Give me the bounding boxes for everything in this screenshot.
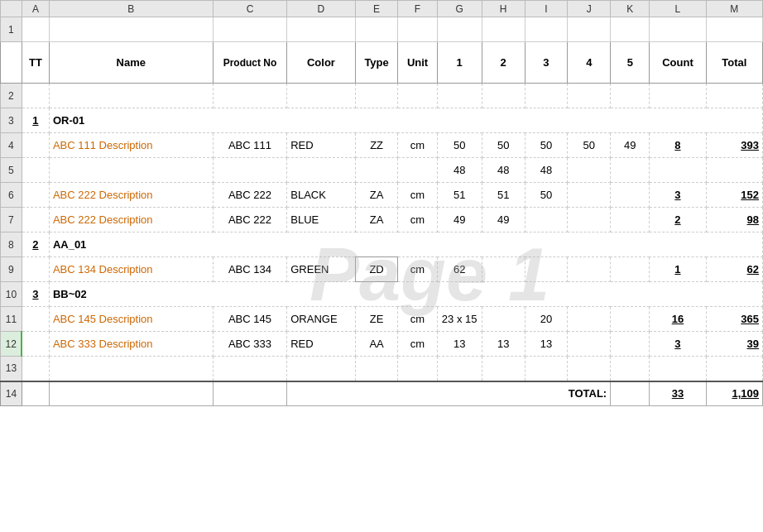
- cell-13A[interactable]: [22, 357, 49, 381]
- cell-4E[interactable]: ZZ: [355, 133, 398, 158]
- cell-9F[interactable]: cm: [398, 257, 437, 282]
- col-header-K[interactable]: K: [611, 1, 650, 17]
- cell-5L[interactable]: [650, 158, 706, 183]
- cell-13G[interactable]: [437, 357, 482, 381]
- cell-9D[interactable]: GREEN: [287, 257, 355, 282]
- cell-12I[interactable]: 13: [525, 332, 568, 357]
- cell-14B[interactable]: [49, 381, 213, 406]
- cell-9C[interactable]: ABC 134: [213, 257, 287, 282]
- cell-4L[interactable]: 8: [650, 133, 706, 158]
- cell-2C[interactable]: [213, 84, 287, 108]
- cell-2F[interactable]: [398, 84, 437, 108]
- cell-1L[interactable]: [650, 17, 706, 42]
- cell-6D[interactable]: BLACK: [287, 183, 355, 208]
- cell-10B[interactable]: BB~02: [49, 282, 762, 307]
- cell-12H[interactable]: 13: [482, 332, 525, 357]
- col-header-L[interactable]: L: [650, 1, 706, 17]
- cell-14A[interactable]: [22, 381, 49, 406]
- cell-11M[interactable]: 365: [706, 307, 762, 332]
- col-header-F[interactable]: F: [398, 1, 437, 17]
- cell-12D[interactable]: RED: [287, 332, 355, 357]
- cell-2A[interactable]: [22, 84, 49, 108]
- cell-5I[interactable]: 48: [525, 158, 568, 183]
- cell-12A[interactable]: [22, 332, 49, 357]
- col-header-M[interactable]: M: [706, 1, 762, 17]
- cell-7D[interactable]: BLUE: [287, 208, 355, 232]
- cell-9A[interactable]: [22, 257, 49, 282]
- cell-5E[interactable]: [355, 158, 398, 183]
- cell-2K[interactable]: [611, 84, 650, 108]
- cell-6M[interactable]: 152: [706, 183, 762, 208]
- cell-4G[interactable]: 50: [437, 133, 482, 158]
- cell-5D[interactable]: [287, 158, 355, 183]
- cell-1D[interactable]: [287, 17, 355, 42]
- cell-13C[interactable]: [213, 357, 287, 381]
- cell-1H[interactable]: [482, 17, 525, 42]
- cell-9B[interactable]: ABC 134 Description: [49, 257, 213, 282]
- col-header-A[interactable]: A: [22, 1, 49, 17]
- cell-5B[interactable]: [49, 158, 213, 183]
- cell-4K[interactable]: 49: [611, 133, 650, 158]
- cell-7F[interactable]: cm: [398, 208, 437, 232]
- col-header-G[interactable]: G: [437, 1, 482, 17]
- cell-4M[interactable]: 393: [706, 133, 762, 158]
- cell-1J[interactable]: [568, 17, 611, 42]
- cell-3B[interactable]: OR-01: [49, 108, 762, 133]
- cell-4A[interactable]: [22, 133, 49, 158]
- cell-7M[interactable]: 98: [706, 208, 762, 232]
- cell-6G[interactable]: 51: [437, 183, 482, 208]
- cell-1I[interactable]: [525, 17, 568, 42]
- cell-6K[interactable]: [611, 183, 650, 208]
- cell-4H[interactable]: 50: [482, 133, 525, 158]
- cell-11C[interactable]: ABC 145: [213, 307, 287, 332]
- cell-6E[interactable]: ZA: [355, 183, 398, 208]
- cell-7L[interactable]: 2: [650, 208, 706, 232]
- cell-6I[interactable]: 50: [525, 183, 568, 208]
- cell-8A[interactable]: 2: [22, 232, 49, 257]
- cell-11J[interactable]: [568, 307, 611, 332]
- cell-6A[interactable]: [22, 183, 49, 208]
- cell-6J[interactable]: [568, 183, 611, 208]
- cell-4D[interactable]: RED: [287, 133, 355, 158]
- cell-14L[interactable]: 33: [650, 381, 706, 406]
- cell-9H[interactable]: [482, 257, 525, 282]
- cell-7B[interactable]: ABC 222 Description: [49, 208, 213, 232]
- cell-2I[interactable]: [525, 84, 568, 108]
- col-header-H[interactable]: H: [482, 1, 525, 17]
- cell-4I[interactable]: 50: [525, 133, 568, 158]
- cell-6H[interactable]: 51: [482, 183, 525, 208]
- cell-1G[interactable]: [437, 17, 482, 42]
- cell-11I[interactable]: 20: [525, 307, 568, 332]
- cell-12F[interactable]: cm: [398, 332, 437, 357]
- cell-4C[interactable]: ABC 111: [213, 133, 287, 158]
- cell-2M[interactable]: [706, 84, 762, 108]
- cell-8B[interactable]: AA_01: [49, 232, 762, 257]
- cell-7J[interactable]: [568, 208, 611, 232]
- cell-5C[interactable]: [213, 158, 287, 183]
- cell-14M[interactable]: 1,109: [706, 381, 762, 406]
- cell-1B[interactable]: [49, 17, 213, 42]
- cell-11L[interactable]: 16: [650, 307, 706, 332]
- cell-13D[interactable]: [287, 357, 355, 381]
- cell-4B[interactable]: ABC 111 Description: [49, 133, 213, 158]
- cell-5F[interactable]: [398, 158, 437, 183]
- cell-5G[interactable]: 48: [437, 158, 482, 183]
- cell-1A[interactable]: [22, 17, 49, 42]
- cell-9K[interactable]: [611, 257, 650, 282]
- cell-2H[interactable]: [482, 84, 525, 108]
- cell-11K[interactable]: [611, 307, 650, 332]
- cell-9M[interactable]: 62: [706, 257, 762, 282]
- cell-1E[interactable]: [355, 17, 398, 42]
- cell-6C[interactable]: ABC 222: [213, 183, 287, 208]
- cell-7I[interactable]: [525, 208, 568, 232]
- cell-12L[interactable]: 3: [650, 332, 706, 357]
- cell-11A[interactable]: [22, 307, 49, 332]
- cell-1M[interactable]: [706, 17, 762, 42]
- cell-6B[interactable]: ABC 222 Description: [49, 183, 213, 208]
- cell-14C[interactable]: [213, 381, 287, 406]
- cell-3A[interactable]: 1: [22, 108, 49, 133]
- col-header-E[interactable]: E: [355, 1, 398, 17]
- cell-13J[interactable]: [568, 357, 611, 381]
- cell-2B[interactable]: [49, 84, 213, 108]
- cell-7E[interactable]: ZA: [355, 208, 398, 232]
